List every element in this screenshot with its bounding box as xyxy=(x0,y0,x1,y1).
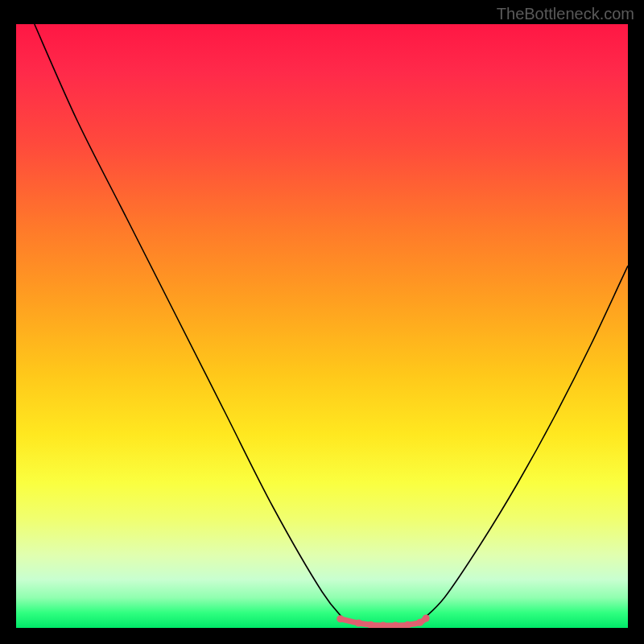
plot-area xyxy=(16,24,628,628)
series-right-branch xyxy=(420,266,628,622)
watermark-text: TheBottleneck.com xyxy=(497,5,634,23)
curve-svg xyxy=(16,24,628,628)
bottom-dot xyxy=(355,620,362,627)
series-left-branch xyxy=(35,24,347,622)
bottom-dot xyxy=(423,615,430,622)
bottom-dot xyxy=(336,615,344,622)
curve-layer xyxy=(35,24,628,628)
chart-container: TheBottleneck.com xyxy=(0,0,644,644)
bottom-dot xyxy=(416,619,423,626)
